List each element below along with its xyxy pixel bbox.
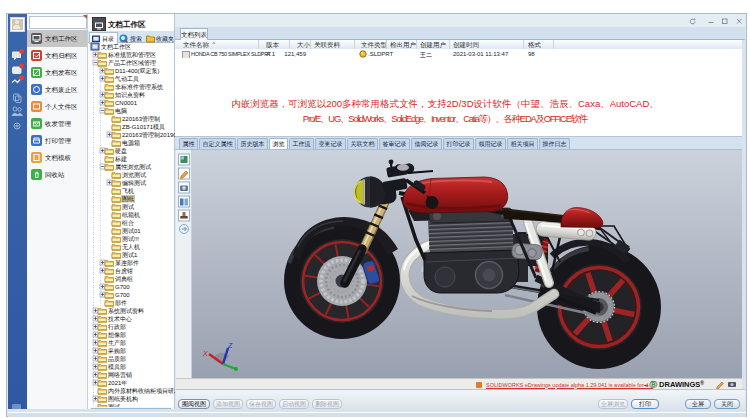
svg-text:编辑测试: 编辑测试 <box>122 179 146 186</box>
svg-text:浏览测试: 浏览测试 <box>122 171 146 179</box>
svg-text:想像部: 想像部 <box>107 331 126 339</box>
svg-text:组合: 组合 <box>121 220 134 227</box>
svg-text:标建: 标建 <box>114 156 127 163</box>
svg-text:无人机: 无人机 <box>122 243 140 251</box>
svg-text:G700: G700 <box>115 292 130 298</box>
svg-text:标准规范和管理区: 标准规范和管理区 <box>107 51 156 59</box>
svg-text:内外原材料收纳柜项目研发: 内外原材料收纳柜项目研发 <box>108 387 175 395</box>
svg-text:图纸美机构: 图纸美机构 <box>108 395 138 403</box>
svg-text:硬盘: 硬盘 <box>114 148 127 155</box>
svg-text:知识点资料: 知识点资料 <box>115 92 145 99</box>
svg-text:测试01: 测试01 <box>121 227 141 234</box>
svg-text:属性浏览测试: 属性浏览测试 <box>115 163 151 171</box>
svg-text:D11-400(双定泵): D11-400(双定泵) <box>115 67 160 75</box>
svg-text:220163管理制: 220163管理制 <box>122 115 160 123</box>
svg-text:Z: Z <box>227 342 233 349</box>
svg-text:网络营销: 网络营销 <box>108 371 132 379</box>
svg-text:产品工作区域管理: 产品工作区域管理 <box>108 59 156 67</box>
svg-text:X: X <box>202 350 208 357</box>
svg-text:台虎钳: 台虎钳 <box>115 267 133 275</box>
svg-text:G700: G700 <box>115 284 130 290</box>
svg-text:某连部件: 某连部件 <box>115 259 139 267</box>
svg-text:电源箱: 电源箱 <box>122 139 140 146</box>
svg-text:文档工作区: 文档工作区 <box>101 43 131 51</box>
svg-text:行政部: 行政部 <box>108 323 126 331</box>
svg-text:测试1: 测试1 <box>121 251 138 258</box>
svg-text:CN0001: CN0001 <box>115 100 138 106</box>
svg-text:气动工具: 气动工具 <box>114 75 139 83</box>
svg-text:模具部: 模具部 <box>108 363 126 371</box>
svg-text:部件: 部件 <box>114 299 127 307</box>
svg-text:生产部: 生产部 <box>108 339 126 347</box>
svg-text:技术中心: 技术中心 <box>107 316 132 322</box>
svg-text:测试: 测试 <box>121 203 134 210</box>
svg-text:纸箱机: 纸箱机 <box>122 211 140 218</box>
svg-text:采购部: 采购部 <box>107 347 126 355</box>
svg-text:2021年: 2021年 <box>108 380 127 386</box>
svg-text:测试!!!: 测试!!! <box>121 235 139 242</box>
svg-text:电脑: 电脑 <box>115 107 127 114</box>
svg-text:系统测试资料: 系统测试资料 <box>108 307 144 315</box>
svg-text:ZB-G10171模具: ZB-G10171模具 <box>122 124 165 131</box>
svg-text:图纸: 图纸 <box>122 196 134 203</box>
svg-text:220163管理制20190719: 220163管理制20190719 <box>122 131 175 139</box>
svg-text:词典组: 词典组 <box>115 275 133 283</box>
svg-text:飞机: 飞机 <box>122 188 134 194</box>
svg-text:非标准件管理系统: 非标准件管理系统 <box>115 83 164 91</box>
svg-text:品质部: 品质部 <box>108 355 126 363</box>
